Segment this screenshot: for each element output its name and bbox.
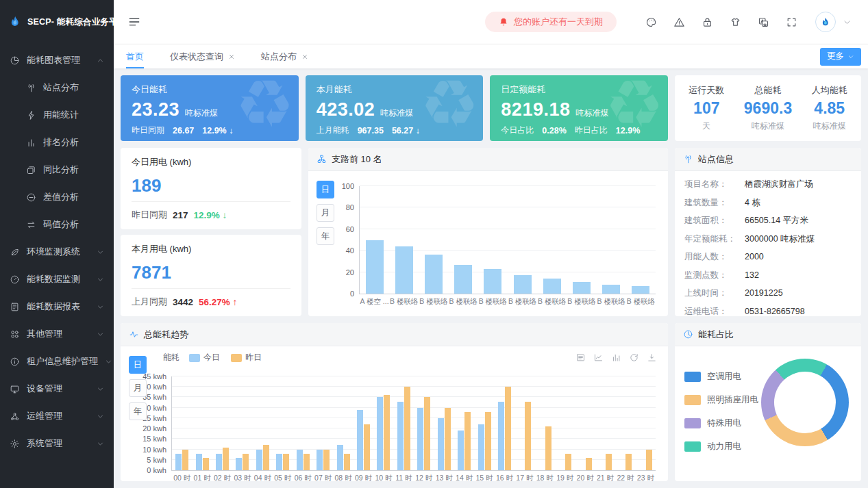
sidebar-item-7[interactable]: 运维管理 <box>0 402 114 430</box>
x-axis-label: 02 时 <box>212 470 232 481</box>
kpi-value: 23.23 <box>132 99 179 120</box>
collapse-menu-icon[interactable] <box>127 15 141 29</box>
stat-col-1: 总能耗 9690.3 吨标准煤 <box>744 84 792 132</box>
data-view-icon[interactable] <box>575 352 586 363</box>
rank-toggle-月[interactable]: 月 <box>317 204 334 222</box>
legend-item[interactable]: 照明插座用电 <box>684 394 758 406</box>
bar <box>505 387 511 470</box>
minus-circle-icon <box>26 192 36 203</box>
legend-item[interactable]: 空调用电 <box>684 371 758 383</box>
bar <box>364 424 370 470</box>
sidebar-subitem-0-2[interactable]: 排名分析 <box>0 129 114 156</box>
pulse-icon <box>129 329 139 339</box>
sidebar-subitem-0-1[interactable]: 用能统计 <box>0 101 114 129</box>
site-info-rows: 项目名称： 栖霞湖滨财富广场 建筑数量： 4 栋 建筑面积： 66505.14 … <box>675 171 861 316</box>
legend-label: 空调用电 <box>707 371 741 383</box>
bar <box>366 240 384 294</box>
warning-icon[interactable] <box>673 16 685 28</box>
x-axis-label: B 楼联络 <box>389 294 419 307</box>
legend-item[interactable]: 昨日 <box>231 352 262 363</box>
site-info-label: 建筑面积： <box>684 216 745 225</box>
sidebar-subitem-0-4[interactable]: 差值分析 <box>0 183 114 211</box>
bar <box>344 454 350 470</box>
legend-item[interactable]: 动力用电 <box>684 441 758 452</box>
sidebar-item-5[interactable]: 租户信息维护管理 <box>0 348 114 375</box>
trend-toggle-日[interactable]: 日 <box>129 356 147 374</box>
line-chart-icon[interactable] <box>593 352 604 363</box>
electric-card-compare: 昨日同期 217 12.9% ↓ <box>132 202 290 221</box>
fullscreen-icon[interactable] <box>786 16 797 28</box>
sidebar-subitem-0-0[interactable]: 站点分布 <box>0 74 114 101</box>
sidebar-item-1[interactable]: 环境监测系统 <box>0 238 114 266</box>
x-axis-label: B 楼联络 <box>537 294 567 307</box>
trend-toggle-年[interactable]: 年 <box>129 402 147 420</box>
trend-toggle-月[interactable]: 月 <box>129 379 147 397</box>
sidebar-item-3[interactable]: 能耗数据报表 <box>0 293 114 320</box>
legend-swatch <box>231 354 242 362</box>
refresh-icon[interactable] <box>629 352 639 363</box>
bar <box>478 424 484 470</box>
account-expiry-alert[interactable]: 您的账户还有一天到期 <box>485 12 617 32</box>
bar <box>445 408 451 470</box>
rank-time-toggles: 日月年 <box>317 181 334 245</box>
chevron-down-icon <box>97 331 104 338</box>
kpi-unit: 吨标准煤 <box>185 107 218 119</box>
bar <box>632 286 649 294</box>
tab-0[interactable]: 首页 <box>126 44 144 68</box>
kpi-footer-part: 0.28% <box>542 126 566 136</box>
palette-icon[interactable] <box>645 16 657 28</box>
tab-2[interactable]: 站点分布 <box>261 44 308 68</box>
sidebar-item-6[interactable]: 设备管理 <box>0 375 114 402</box>
more-button[interactable]: 更多 <box>820 48 861 66</box>
gear-icon <box>10 439 20 449</box>
bar-chart-icon[interactable] <box>611 352 621 363</box>
sidebar-subitem-label: 差值分析 <box>43 191 104 203</box>
close-icon[interactable] <box>228 53 235 60</box>
energy-trend-body: 日月年 能耗 今日 昨日 0 kwh5 kwh10 kwh15 kwh20 kw… <box>121 346 668 481</box>
antenna-icon <box>683 154 693 164</box>
x-axis-label: 01 时 <box>192 470 212 481</box>
monitor-icon <box>10 384 20 394</box>
sidebar-item-2[interactable]: 能耗数据监测 <box>0 266 114 293</box>
site-info-row: 项目名称： 栖霞湖滨财富广场 <box>684 179 852 189</box>
sidebar-subitem-0-3[interactable]: 同比分析 <box>0 156 114 183</box>
sidebar-subitem-label: 同比分析 <box>43 164 104 176</box>
kpi-footer-part: 昨日同期 <box>132 125 164 136</box>
energy-ratio-panel: 能耗占比 空调用电 照明插座用电 特殊用电 动力用电 <box>675 323 861 481</box>
site-info-label: 年定额能耗： <box>684 234 745 244</box>
download-icon[interactable] <box>647 352 657 363</box>
site-info-row: 上线时间： 20191225 <box>684 288 852 298</box>
legend-item[interactable]: 今日 <box>189 352 220 363</box>
x-axis-label: 20 时 <box>575 470 595 481</box>
rank-toggle-年[interactable]: 年 <box>317 227 334 245</box>
tab-1[interactable]: 仪表状态查询 <box>170 44 235 68</box>
shirt-icon[interactable] <box>730 16 741 28</box>
lock-icon[interactable] <box>702 16 713 28</box>
close-icon[interactable] <box>301 53 308 60</box>
avatar[interactable] <box>815 12 836 32</box>
translate-icon[interactable] <box>758 16 769 28</box>
x-axis-label: 10 时 <box>373 470 393 481</box>
sidebar-item-0[interactable]: 能耗图表管理 <box>0 47 114 74</box>
topbar: 您的账户还有一天到期 <box>114 0 868 44</box>
kpi-footer-part: 今日占比 <box>501 125 534 136</box>
sidebar-item-4[interactable]: 其他管理 <box>0 320 114 348</box>
sidebar-item-8[interactable]: 系统管理 <box>0 430 114 457</box>
trend-meta: 能耗 今日 昨日 <box>163 352 657 363</box>
sidebar-item-label: 运维管理 <box>27 410 90 422</box>
legend-item[interactable]: 特殊用电 <box>684 418 758 429</box>
energy-ratio-header: 能耗占比 <box>675 323 861 346</box>
rank-toggle-日[interactable]: 日 <box>317 181 334 198</box>
panel-title: 总能耗趋势 <box>144 329 188 341</box>
tab-label: 仪表状态查询 <box>170 51 223 63</box>
app-title: SECP- 能耗综合业务平台 <box>27 16 114 28</box>
y-axis-tick: 40 <box>346 246 354 255</box>
chevron-down-icon[interactable] <box>843 18 852 27</box>
chevron-down-icon <box>105 358 112 365</box>
x-axis-label: 23 时 <box>636 470 656 481</box>
sidebar-subitem-0-5[interactable]: 码值分析 <box>0 211 114 238</box>
site-info-value: 2000 <box>745 252 764 261</box>
site-info-label: 上线时间： <box>684 288 745 298</box>
report-icon <box>10 302 20 312</box>
bars <box>360 186 656 294</box>
